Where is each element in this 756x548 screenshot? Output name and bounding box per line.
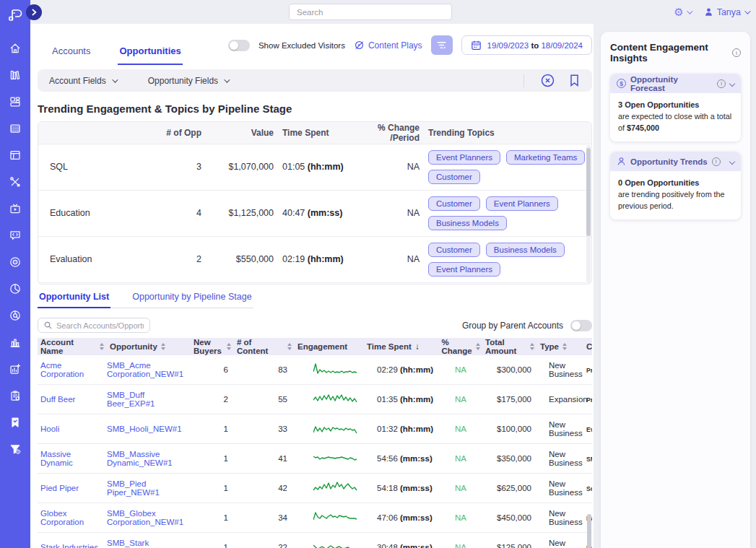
bookmark-filter-button[interactable] (568, 74, 581, 87)
col--change[interactable]: % Change (439, 338, 482, 355)
type-value: New Business (549, 509, 583, 526)
change-value: NA (455, 365, 466, 374)
opportunity-row: Globex CorporationSMB_Globex Corporation… (38, 503, 592, 533)
user-menu[interactable]: Tanya (704, 7, 749, 17)
target-icon[interactable] (6, 254, 25, 270)
filter-button[interactable] (431, 35, 453, 55)
num-opp: 4 (161, 190, 201, 236)
user-icon (704, 7, 713, 17)
comment-code-icon[interactable] (6, 227, 25, 243)
col-total-amount[interactable]: Total Amount (482, 338, 537, 355)
chart-add-icon[interactable] (6, 361, 25, 377)
stage-value: $1,070,000 (201, 144, 274, 190)
opportunity-row: HooliSMB_Hooli_NEW#113301:32 (hh:mm)NA$1… (38, 414, 592, 444)
window-icon[interactable] (6, 147, 25, 163)
tab-accounts[interactable]: Accounts (51, 45, 92, 65)
engagement-sparkline (313, 451, 358, 466)
sidebar-expand-button[interactable] (26, 4, 42, 20)
pie-chart-icon[interactable] (6, 281, 25, 297)
change-value: NA (455, 425, 466, 433)
opportunity-link[interactable]: SMB_Stark Industries_NEW#1 (107, 539, 186, 548)
show-excluded-visitors-toggle[interactable] (228, 40, 250, 51)
tab-opportunity-list[interactable]: Opportunity List (38, 292, 110, 308)
col-opportunity[interactable]: Opportunity (107, 338, 191, 355)
account-link[interactable]: Acme Corporation (40, 361, 105, 378)
opportunity-row: Pied PiperSMB_Pied Piper_NEW#114254:18 (… (38, 474, 592, 503)
account-link[interactable]: Pied Piper (40, 484, 79, 492)
doughnut-chart-icon[interactable] (6, 308, 25, 323)
group-by-parent-accounts-toggle[interactable] (570, 320, 592, 331)
chevron-down-icon[interactable] (729, 158, 735, 164)
account-fields-dropdown[interactable]: Account Fields (49, 76, 116, 86)
stage-change: NA (359, 236, 420, 282)
filter-info-icon[interactable] (6, 441, 25, 457)
date-range-picker[interactable]: 19/09/2023 to 18/09/2024 (461, 35, 592, 55)
col-account-name[interactable]: Account Name (38, 338, 107, 355)
clipboard-settings-icon[interactable] (6, 388, 25, 404)
content-count-value: 41 (278, 454, 287, 463)
engagement-sparkline (313, 391, 358, 407)
library-icon[interactable] (6, 67, 25, 83)
opportunity-link[interactable]: SMB_Duff Beer_EXP#1 (107, 391, 186, 408)
bar-chart-icon[interactable] (6, 334, 25, 350)
account-link[interactable]: Duff Beer (40, 395, 75, 404)
settings-menu[interactable]: ⚙ (674, 6, 690, 17)
gear-icon: ⚙ (674, 6, 683, 17)
account-link[interactable]: Hooli (40, 425, 59, 433)
video-player-icon[interactable] (6, 201, 25, 217)
clear-filters-button[interactable] (540, 73, 555, 88)
account-link[interactable]: Stark Industries (40, 543, 98, 548)
tab-opportunities[interactable]: Opportunities (118, 45, 182, 65)
coin-icon: $ (617, 79, 626, 88)
data-table-icon[interactable] (6, 121, 25, 136)
tab-opportunity-by-pipeline-stage[interactable]: Opportunity by Pipeline Stage (131, 292, 253, 308)
new-buyers-value: 1 (224, 484, 228, 492)
info-icon[interactable]: i (732, 48, 741, 57)
scrollbar-thumb[interactable] (586, 148, 591, 236)
col-type[interactable]: Type (537, 338, 583, 355)
total-amount-value: $175,000 (497, 395, 531, 404)
opportunity-link[interactable]: SMB_Acme Corporation_NEW#1 (107, 361, 186, 378)
content-plays-link[interactable]: Content Plays (354, 40, 422, 51)
tools-icon[interactable] (6, 174, 25, 190)
home-icon[interactable] (6, 40, 25, 56)
opportunity-link[interactable]: SMB_Massive Dynamic_NEW#1 (107, 450, 186, 467)
scrollbar-thumb[interactable] (587, 514, 591, 548)
topic-chip: Business Models (428, 216, 507, 230)
info-icon[interactable]: i (717, 79, 726, 88)
stage-name: Proposal (38, 282, 161, 284)
chevron-down-icon[interactable] (729, 80, 735, 86)
opportunity-link[interactable]: SMB_Hooli_NEW#1 (107, 425, 182, 433)
total-amount-value: $300,000 (497, 365, 531, 374)
col-value: Value (201, 122, 274, 144)
trends-detail: are trending positively from the previou… (618, 189, 733, 212)
stage-change: NA (359, 190, 420, 236)
filter-lines-icon (436, 40, 447, 50)
opportunity-table-scrollbar (587, 357, 591, 548)
topic-chip: Customer (428, 243, 480, 257)
opportunity-link[interactable]: SMB_Globex Corporation_NEW#1 (107, 509, 186, 526)
col-time-spent[interactable]: Time Spent↓ (364, 338, 439, 355)
chevron-down-icon (744, 8, 750, 14)
bookmark-check-icon[interactable] (6, 414, 25, 430)
account-link[interactable]: Massive Dynamic (40, 450, 105, 467)
dashboard-icon[interactable] (6, 94, 25, 110)
opportunity-fields-dropdown[interactable]: Opportunity Fields (148, 76, 228, 86)
col--of-content[interactable]: # of Content (234, 338, 295, 355)
sidebar-nav (0, 40, 30, 457)
chevron-down-icon (687, 8, 692, 14)
topic-chip: Event Planners (428, 262, 500, 277)
total-amount-value: $625,000 (497, 484, 531, 492)
info-icon[interactable]: i (712, 157, 721, 166)
opportunity-link[interactable]: SMB_Pied Piper_NEW#1 (107, 479, 186, 497)
content-count-value: 83 (278, 365, 287, 374)
global-search-input[interactable] (289, 4, 452, 20)
opportunity-search-input[interactable] (56, 321, 144, 330)
account-link[interactable]: Globex Corporation (40, 509, 105, 526)
topic-chip: Customer (428, 196, 480, 211)
change-value: NA (455, 484, 466, 492)
num-opp: 2 (161, 282, 201, 284)
opportunity-row: Acme CorporationSMB_Acme Corporation_NEW… (38, 355, 592, 385)
col-new-buyers[interactable]: New Buyers (191, 338, 234, 355)
new-buyers-value: 6 (224, 365, 228, 374)
